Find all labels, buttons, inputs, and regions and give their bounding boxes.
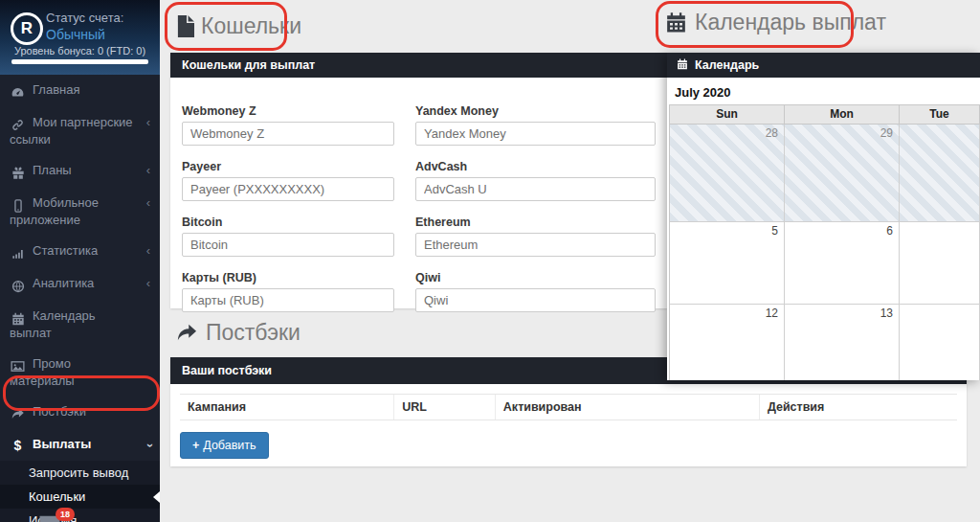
postbacks-panel-body: Кампания URL Активирован Действия +Добав… bbox=[170, 384, 967, 466]
globe-icon bbox=[10, 278, 26, 293]
wallets-panel: Кошельки для выплат Webmoney Z Yandex Mo… bbox=[170, 53, 667, 308]
chevron-down-icon: ‹ bbox=[142, 443, 157, 447]
calendar-day-cell[interactable]: 5 bbox=[670, 222, 785, 305]
calendar-month-label: July 2020 bbox=[667, 78, 980, 104]
calendar-page-title: Календарь выплат bbox=[664, 10, 886, 35]
postbacks-page-title: Постбэки bbox=[174, 320, 301, 346]
sidebar-item-promo-materials[interactable]: Промо материалы bbox=[0, 349, 160, 397]
wallet-field-yandex-money: Yandex Money bbox=[415, 103, 656, 146]
sidebar-item-label: Статистика bbox=[33, 243, 98, 258]
sidebar-item-partner-links[interactable]: Мои партнерские ссылки ‹ bbox=[0, 107, 160, 155]
day-number: 28 bbox=[766, 126, 778, 140]
field-label: AdvCash bbox=[415, 159, 656, 174]
advcash-input[interactable] bbox=[415, 177, 656, 201]
day-number: 13 bbox=[880, 306, 893, 320]
ethereum-input[interactable] bbox=[415, 233, 656, 257]
sidebar-item-label: Аналитика bbox=[33, 276, 94, 290]
sidebar-item-home[interactable]: Главная bbox=[0, 75, 160, 107]
calendar-day-cell[interactable]: 28 bbox=[670, 125, 785, 222]
chevron-left-icon: ‹ bbox=[146, 243, 150, 259]
submenu-item-wallets[interactable]: Кошельки bbox=[0, 485, 160, 509]
wallet-field-advcash: AdvCash bbox=[415, 159, 656, 201]
wallet-field-bitcoin: Bitcoin bbox=[182, 215, 394, 257]
sidebar-item-plans[interactable]: Планы ‹ bbox=[0, 155, 160, 188]
wallet-field-ethereum: Ethereum bbox=[415, 215, 656, 257]
speedometer-icon bbox=[10, 84, 26, 100]
calendar-panel: Календарь July 2020 Sun Mon Tue 28 29 5 … bbox=[667, 53, 980, 380]
sidebar-item-postbacks[interactable]: Постбэки bbox=[0, 397, 160, 429]
calendar-day-cell[interactable] bbox=[900, 305, 980, 380]
calendar-day-cell[interactable]: 12 bbox=[670, 305, 785, 380]
column-header-actions: Действия bbox=[759, 395, 957, 420]
field-label: Bitcoin bbox=[182, 215, 394, 230]
link-icon bbox=[10, 117, 26, 132]
dollar-icon: $ bbox=[10, 438, 26, 453]
wallets-panel-header: Кошельки для выплат bbox=[170, 53, 667, 78]
wallet-field-qiwi: Qiwi bbox=[415, 270, 656, 312]
sidebar-item-payout-calendar[interactable]: Календарь выплат bbox=[0, 301, 160, 349]
gift-icon bbox=[10, 165, 26, 180]
share-icon bbox=[174, 322, 199, 345]
sidebar: R Статус счета: Обычный Уровень бонуса: … bbox=[0, 0, 160, 522]
field-label: Yandex Money bbox=[415, 103, 656, 119]
sidebar-item-mobile-app[interactable]: Мобильное приложение ‹ bbox=[0, 188, 160, 236]
bonus-progress-bar bbox=[11, 59, 148, 64]
calendar-week-row: 5 6 bbox=[670, 222, 980, 305]
calendar-day-cell[interactable]: 13 bbox=[785, 305, 900, 380]
submenu-item-request-withdrawal[interactable]: Запросить вывод bbox=[0, 461, 160, 485]
plus-icon: + bbox=[192, 439, 199, 452]
calendar-day-cell[interactable] bbox=[900, 125, 980, 222]
payouts-submenu: Запросить вывод Кошельки История bbox=[0, 461, 160, 522]
cards-rub-input[interactable] bbox=[182, 288, 394, 312]
calendar-day-cell[interactable]: 6 bbox=[785, 222, 900, 305]
calendar-icon bbox=[10, 310, 26, 326]
field-label: Карты (RUB) bbox=[182, 270, 394, 285]
field-label: Webmoney Z bbox=[182, 103, 394, 119]
wallet-field-webmoney: Webmoney Z bbox=[182, 103, 394, 146]
calendar-grid: Sun Mon Tue 28 29 5 6 12 13 bbox=[669, 104, 980, 380]
wallet-field-cards-rub: Карты (RUB) bbox=[182, 270, 394, 312]
calendar-icon bbox=[677, 58, 688, 73]
sidebar-header: R Статус счета: Обычный Уровень бонуса: … bbox=[0, 0, 160, 75]
notification-badge: 18 bbox=[56, 508, 75, 521]
chevron-left-icon: ‹ bbox=[146, 195, 150, 211]
day-number: 6 bbox=[886, 224, 893, 238]
sidebar-item-label: Главная bbox=[33, 82, 79, 97]
column-header-url: URL bbox=[393, 395, 495, 420]
file-icon bbox=[176, 15, 194, 37]
calendar-panel-header-text: Календарь bbox=[695, 58, 759, 72]
chevron-left-icon: ‹ bbox=[146, 115, 150, 130]
brand-logo[interactable]: R bbox=[11, 12, 43, 45]
bar-chart-icon bbox=[10, 245, 26, 261]
field-label: Qiwi bbox=[415, 270, 656, 285]
calendar-weekday-row: Sun Mon Tue bbox=[670, 105, 980, 125]
account-status-label: Статус счета: bbox=[46, 11, 123, 25]
day-number: 29 bbox=[880, 126, 893, 140]
submenu-item-history[interactable]: История bbox=[0, 509, 160, 522]
account-status-value: Обычный bbox=[46, 27, 105, 42]
sidebar-item-analytics[interactable]: Аналитика ‹ bbox=[0, 268, 160, 301]
webmoney-input[interactable] bbox=[182, 122, 394, 146]
image-icon bbox=[10, 358, 26, 374]
bitcoin-input[interactable] bbox=[182, 233, 394, 257]
chevron-left-icon: ‹ bbox=[146, 276, 150, 291]
qiwi-input[interactable] bbox=[415, 288, 656, 312]
bonus-level-text: Уровень бонуса: 0 (FTD: 0) bbox=[0, 45, 160, 57]
weekday-tue: Tue bbox=[900, 105, 980, 124]
sidebar-item-statistics[interactable]: Статистика ‹ bbox=[0, 236, 160, 268]
payeer-input[interactable] bbox=[182, 177, 394, 201]
wallets-panel-body: Webmoney Z Yandex Money Payeer AdvCash B… bbox=[170, 78, 667, 308]
calendar-icon bbox=[664, 11, 688, 34]
add-postback-button[interactable]: +Добавить bbox=[180, 432, 269, 459]
calendar-day-cell[interactable]: 29 bbox=[785, 125, 900, 222]
sidebar-item-payouts[interactable]: $Выплаты ‹ bbox=[0, 429, 160, 461]
yandex-money-input[interactable] bbox=[415, 122, 656, 146]
calendar-week-row: 28 29 bbox=[670, 125, 980, 222]
postbacks-page-title-text: Постбэки bbox=[206, 320, 301, 346]
calendar-day-cell[interactable] bbox=[900, 222, 980, 305]
sidebar-item-label: Мои партнерские ссылки bbox=[10, 115, 133, 147]
day-number: 12 bbox=[766, 306, 778, 320]
field-label: Ethereum bbox=[415, 215, 656, 230]
mobile-icon bbox=[10, 197, 26, 213]
column-header-activated: Активирован bbox=[495, 395, 759, 420]
